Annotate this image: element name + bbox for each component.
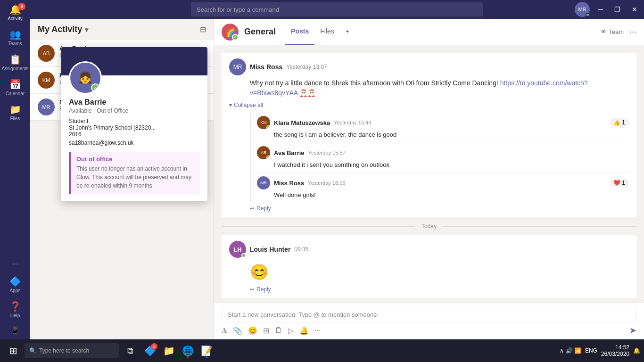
reply-body: the song is i am a believer. the dance i…	[274, 131, 629, 138]
team-button[interactable]: 👁 Team	[601, 28, 624, 35]
out-of-office-section: Out of office This user no longer has an…	[69, 152, 200, 194]
reply-icon: ↩	[250, 205, 255, 212]
sidebar-item-activity[interactable]: 🔔 5 Activity	[0, 0, 30, 25]
reply-button[interactable]: ↩ Reply	[250, 205, 629, 212]
reply-button[interactable]: ↩ Reply	[250, 286, 629, 293]
channel-name: General	[244, 27, 276, 37]
taskbar-app-chrome[interactable]: 🌐	[179, 342, 196, 359]
attach-icon[interactable]: 📎	[233, 326, 242, 335]
giphy-icon[interactable]: ⊞	[263, 326, 269, 335]
more-options-button[interactable]: ···	[629, 27, 636, 37]
chevron-down-icon[interactable]: ▾	[85, 26, 88, 33]
sidebar-item-label-teams: Teams	[8, 41, 22, 46]
more-icon: ···	[12, 260, 18, 267]
compose-toolbar: 𝐀 📎 😊 ⊞ 🗒 ▷ 🔔 ··· ➤	[222, 325, 636, 336]
sidebar-item-label-calendar: Calendar	[6, 91, 25, 96]
taskbar-search[interactable]: 🔍 Type here to search	[25, 343, 119, 358]
reply-body: I watched it i sent you somthing on outl…	[274, 161, 629, 168]
reply-time: Yesterday 16:06	[308, 180, 345, 186]
start-button[interactable]: ⊞	[4, 341, 23, 360]
tab-posts[interactable]: Posts	[285, 19, 314, 45]
search-bar[interactable]: Search for or type a command	[191, 2, 483, 16]
language-indicator: ENG	[585, 347, 597, 354]
reply-icon: ↩	[250, 286, 255, 293]
oof-text: This user no longer has an active accoun…	[76, 165, 194, 190]
popup-email: sa18barriea@glow.sch.uk	[69, 140, 200, 146]
reply-time: Yesterday 15:49	[334, 120, 371, 125]
reply-item: AB Ava Barrie Yesterday 15:57 I watched …	[257, 142, 629, 173]
avatar: LH	[229, 241, 246, 258]
main-content: 🌈 ✓ General Posts Files + 👁 Team ···	[214, 19, 644, 339]
help-icon: ❓	[9, 301, 21, 312]
apps-icon: 🔷	[9, 276, 21, 287]
online-indicator	[586, 13, 590, 17]
popup-name: Ava Barrie	[69, 98, 200, 107]
sidebar-item-label-apps: Apps	[10, 288, 21, 293]
reply-author: Klara Matuszewska	[274, 119, 330, 126]
taskbar-task-view[interactable]: ⧉	[121, 341, 140, 360]
active-dot	[187, 356, 189, 358]
sticker-icon[interactable]: 🗒	[275, 326, 282, 335]
today-divider: Today	[222, 223, 636, 230]
restore-button[interactable]: ❐	[611, 6, 623, 13]
notification-icon[interactable]: 🔔	[633, 347, 640, 354]
reply-author: Miss Ross	[274, 180, 304, 187]
taskbar-app-teams[interactable]: 🔷 5	[141, 342, 158, 359]
channel-icon: 🌈 ✓	[222, 24, 239, 41]
sidebar-item-teams[interactable]: 👥 Teams	[0, 25, 30, 50]
taskbar-app-word[interactable]: 📝	[198, 342, 215, 359]
sidebar-item-files[interactable]: 📁 Files	[0, 100, 30, 125]
device-icon: 📱	[10, 326, 20, 335]
praise-icon[interactable]: 🔔	[299, 326, 309, 335]
messages-area: MR Miss Ross Yesterday 13:07 Why not try…	[214, 45, 644, 303]
meet-icon[interactable]: ▷	[288, 326, 294, 335]
reply-author: Ava Barrie	[274, 149, 305, 156]
reaction-badge: 👍 1	[610, 118, 629, 127]
close-button[interactable]: ✕	[629, 6, 640, 13]
minimize-button[interactable]: ─	[595, 6, 606, 13]
msg-emojis: 🎅🎅	[299, 89, 315, 97]
sidebar-item-apps[interactable]: 🔷 Apps	[0, 272, 30, 297]
collapse-all-button[interactable]: ▾ Collapse all	[229, 102, 629, 108]
avatar: MR	[229, 58, 246, 75]
channel-online-badge: ✓	[232, 34, 239, 41]
activity-title: My Activity ▾	[38, 25, 88, 34]
compose-input[interactable]: Start a new conversation. Type @ to ment…	[222, 307, 636, 322]
sidebar-item-device[interactable]: 📱	[0, 322, 30, 339]
sidebar-item-label-files: Files	[10, 116, 20, 121]
message-thread: LH Louis Hunter 09:35 😊 ↩ Reply	[222, 235, 636, 298]
avatar: MR	[38, 99, 55, 115]
activity-badge: 5	[18, 3, 25, 10]
chevron-icon: ▾	[229, 102, 232, 108]
send-button[interactable]: ➤	[629, 325, 636, 336]
tab-files[interactable]: Files	[314, 19, 340, 45]
sidebar-item-label-activity: Activity	[8, 16, 23, 21]
msg-body: Why not try a little dance to Shrek this…	[250, 78, 629, 98]
sidebar-item-help[interactable]: ❓ Help	[0, 297, 30, 322]
avatar: AB	[257, 146, 270, 159]
taskbar-app-explorer[interactable]: 📁	[160, 342, 177, 359]
popup-status: Available - Out of Office	[69, 107, 200, 114]
user-avatar[interactable]: MR	[575, 2, 590, 17]
msg-body: 😊	[250, 261, 629, 283]
sidebar-item-more[interactable]: ···	[0, 256, 30, 272]
msg-author: Miss Ross	[250, 63, 282, 71]
reply-item: KM Klara Matuszewska Yesterday 15:49 👍 1…	[257, 112, 629, 142]
popup-year: 2016	[69, 131, 200, 138]
add-tab-button[interactable]: +	[340, 19, 355, 45]
reaction-badge: ❤️ 1	[610, 179, 629, 187]
reply-thread: KM Klara Matuszewska Yesterday 15:49 👍 1…	[250, 112, 629, 202]
popup-school: St John's Primary School (82320...	[69, 124, 200, 131]
format-icon[interactable]: 𝐀	[222, 326, 227, 335]
sidebar-item-assignments[interactable]: 📋 Assignments	[0, 50, 30, 75]
filter-icon[interactable]: ⊟	[200, 25, 206, 34]
emoji-icon[interactable]: 😊	[248, 326, 257, 335]
sidebar-item-calendar[interactable]: 📅 Calendar	[0, 75, 30, 100]
avatar: KM	[257, 116, 270, 129]
more-compose-icon[interactable]: ···	[314, 326, 321, 335]
channel-header: 🌈 ✓ General Posts Files + 👁 Team ···	[214, 19, 644, 45]
search-icon: 🔍	[29, 347, 36, 354]
popup-avatar: 👧 ✓	[69, 61, 102, 94]
avatar: AB	[38, 45, 55, 62]
sidebar-item-label-help: Help	[10, 313, 20, 318]
